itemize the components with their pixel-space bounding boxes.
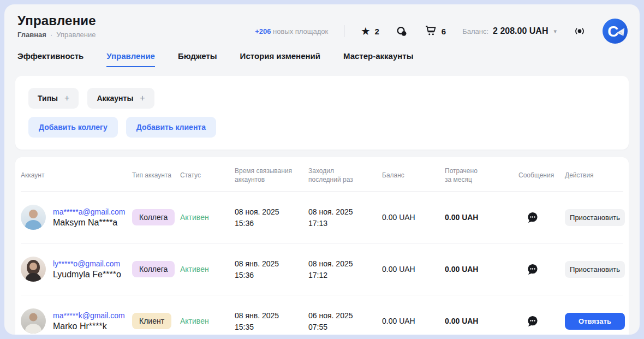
last-seen-datetime: 08 ноя. 202517:12 xyxy=(308,259,382,280)
table-row: ma*****k@gmail.com Marko Hr****k Клиент … xyxy=(21,295,623,335)
filter-types-label: Типы xyxy=(38,94,58,103)
breadcrumb: Главная · Управление xyxy=(17,31,96,39)
favorites-stat[interactable]: ★ 2 xyxy=(361,27,379,36)
plus-icon: + xyxy=(140,93,145,103)
filter-accounts-label: Аккаунты xyxy=(97,94,133,103)
status-label: Активен xyxy=(180,213,209,222)
page-header: Управление Главная · Управление +206 нов… xyxy=(4,4,640,44)
balance-cell: 0.00 UAH xyxy=(382,265,445,273)
new-sites-count: +206 xyxy=(255,27,271,35)
star-icon: ★ xyxy=(361,27,369,36)
filter-types-chip[interactable]: Типы + xyxy=(28,88,79,109)
tab-change-history[interactable]: История изменений xyxy=(240,51,320,67)
balance-label: Баланс: xyxy=(462,27,488,35)
message-icon[interactable] xyxy=(526,263,539,276)
table-row: ma*****a@gmail.com Maksym Na****a Коллег… xyxy=(21,191,623,243)
app-window: Управление Главная · Управление +206 нов… xyxy=(4,4,640,335)
col-account: Аккаунт xyxy=(21,171,132,180)
col-actions: Действия xyxy=(565,171,628,180)
chat-bubble-icon[interactable] xyxy=(396,25,408,38)
message-icon[interactable] xyxy=(526,315,539,328)
spent-cell: 0.00 UAH xyxy=(445,317,518,325)
account-type-badge: Клиент xyxy=(132,313,171,329)
svg-text:C: C xyxy=(607,23,618,40)
table-row: ly*****o@gmail.com Lyudmyla Fe****o Колл… xyxy=(21,243,623,295)
desktop-background: Управление Главная · Управление +206 нов… xyxy=(0,0,644,339)
spent-cell: 0.00 UAH xyxy=(445,213,518,222)
account-type-badge: Коллега xyxy=(132,261,175,277)
favorites-count: 2 xyxy=(375,27,379,36)
filters-card: Типы + Аккаунты + Добавить коллегу Добав… xyxy=(15,76,629,150)
account-email[interactable]: ma*****k@gmail.com xyxy=(53,311,125,320)
linked-datetime: 08 янв. 202515:36 xyxy=(235,259,308,280)
add-client-button[interactable]: Добавить клиента xyxy=(126,117,216,138)
col-spent-month: Потрачено за месяц xyxy=(445,166,518,184)
spent-cell: 0.00 UAH xyxy=(445,265,518,273)
tab-bar: Эффективность Управление Бюджеты История… xyxy=(4,44,640,67)
page-title: Управление xyxy=(17,13,96,28)
balance-value: 2 208.00 UAH xyxy=(493,26,548,36)
account-email[interactable]: ly*****o@gmail.com xyxy=(53,259,121,268)
last-seen-datetime: 08 ноя. 202517:13 xyxy=(308,207,382,228)
balance-dropdown[interactable]: Баланс: 2 208.00 UAH ▾ xyxy=(462,26,557,36)
add-colleague-button[interactable]: Добавить коллегу xyxy=(28,117,118,138)
notification-bell-icon[interactable] xyxy=(573,25,586,38)
account-name: Lyudmyla Fe****o xyxy=(53,270,121,279)
avatar xyxy=(21,308,46,334)
account-email[interactable]: ma*****a@gmail.com xyxy=(53,207,125,216)
breadcrumb-home[interactable]: Главная xyxy=(17,31,46,39)
col-account-type: Тип аккаунта xyxy=(132,171,180,180)
message-icon[interactable] xyxy=(526,211,539,224)
plus-icon: + xyxy=(64,93,69,103)
suspend-button[interactable]: Приостановить xyxy=(565,209,625,226)
cart-icon xyxy=(425,25,437,38)
avatar xyxy=(21,257,46,282)
breadcrumb-separator: · xyxy=(50,31,52,39)
account-name: Maksym Na****a xyxy=(53,218,125,228)
new-sites-link[interactable]: +206 новых площадок xyxy=(255,27,328,35)
filter-accounts-chip[interactable]: Аккаунты + xyxy=(87,88,154,109)
col-status: Статус xyxy=(180,171,235,180)
table-header-row: Аккаунт Тип аккаунта Статус Время связыв… xyxy=(21,157,623,191)
tab-management[interactable]: Управление xyxy=(106,51,155,67)
account-type-badge: Коллега xyxy=(132,209,175,225)
cart-stat[interactable]: 6 xyxy=(425,25,446,38)
col-linked-time: Время связывания аккаунтов xyxy=(235,166,308,184)
unlink-button[interactable]: Отвязать xyxy=(565,313,625,330)
breadcrumb-current: Управление xyxy=(56,31,96,39)
new-sites-label: новых площадок xyxy=(273,27,328,35)
header-divider xyxy=(344,25,345,37)
col-balance: Баланс xyxy=(382,171,445,180)
col-messages: Сообщения xyxy=(518,171,565,180)
suspend-button[interactable]: Приостановить xyxy=(565,261,625,278)
accounts-table: Аккаунт Тип аккаунта Статус Время связыв… xyxy=(15,157,629,335)
col-last-seen: Заходил последний раз xyxy=(308,166,382,184)
status-label: Активен xyxy=(180,317,209,325)
tab-effectiveness[interactable]: Эффективность xyxy=(17,51,84,67)
avatar xyxy=(21,205,46,230)
chevron-down-icon: ▾ xyxy=(553,28,557,35)
linked-datetime: 08 янв. 202515:35 xyxy=(235,311,308,332)
last-seen-datetime: 06 ноя. 202507:55 xyxy=(308,311,382,332)
tab-master-accounts[interactable]: Мастер-аккаунты xyxy=(343,51,413,67)
balance-cell: 0.00 UAH xyxy=(382,317,445,325)
status-label: Активен xyxy=(180,265,209,273)
tab-budgets[interactable]: Бюджеты xyxy=(178,51,217,67)
balance-cell: 0.00 UAH xyxy=(382,213,445,222)
linked-datetime: 08 ноя. 202515:36 xyxy=(235,207,308,228)
cart-count: 6 xyxy=(442,27,446,36)
brand-logo[interactable]: C xyxy=(603,19,628,44)
account-name: Marko Hr****k xyxy=(53,322,125,331)
